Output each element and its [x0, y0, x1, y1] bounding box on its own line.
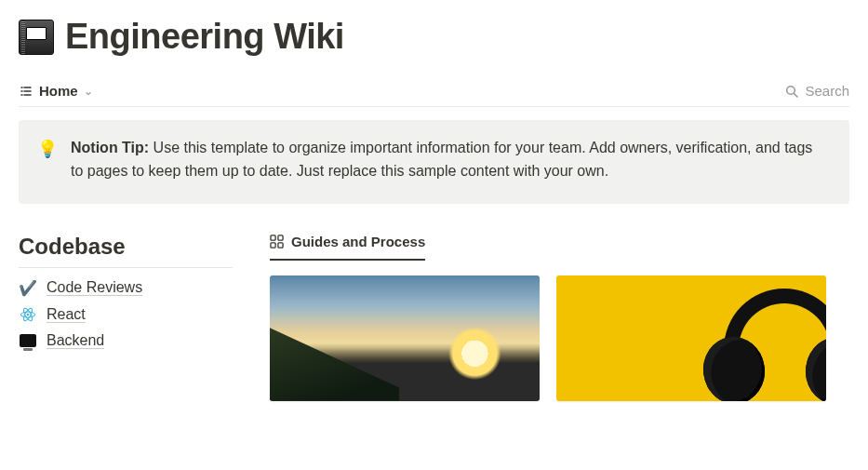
sidebar-item-label: Backend: [47, 332, 104, 349]
gallery-tab-guides[interactable]: Guides and Process: [270, 234, 425, 261]
monitor-icon: [19, 334, 37, 347]
sidebar-item-label: React: [47, 306, 86, 323]
sidebar-heading: Codebase: [19, 234, 233, 260]
search-button[interactable]: Search: [784, 83, 849, 99]
search-label: Search: [805, 83, 849, 99]
gallery-card[interactable]: [556, 275, 826, 401]
sidebar-item-code-reviews[interactable]: ✔️ Code Reviews: [19, 279, 233, 297]
gallery-card[interactable]: [270, 275, 540, 401]
chevron-down-icon: ⌄: [84, 85, 93, 98]
svg-rect-8: [278, 243, 283, 248]
gallery-section: Guides and Process: [270, 234, 849, 401]
sidebar-item-backend[interactable]: Backend: [19, 332, 233, 349]
list-icon: [19, 84, 33, 99]
callout-text: Use this template to organize important …: [71, 140, 812, 179]
gallery-tab-label: Guides and Process: [291, 234, 425, 249]
react-icon: [19, 306, 37, 323]
view-tab-home[interactable]: Home ⌄: [19, 83, 93, 99]
sidebar-item-label: Code Reviews: [47, 279, 142, 296]
svg-point-4: [27, 313, 30, 316]
callout-body: Notion Tip: Use this template to organiz…: [71, 137, 815, 183]
bulb-icon: 💡: [37, 137, 58, 183]
view-toolbar: Home ⌄ Search: [19, 77, 849, 107]
svg-rect-6: [278, 235, 283, 240]
tip-callout: 💡 Notion Tip: Use this template to organ…: [19, 120, 849, 204]
sidebar-divider: [19, 267, 233, 268]
callout-prefix: Notion Tip:: [71, 140, 149, 155]
page-title: Engineering Wiki: [65, 17, 344, 57]
svg-rect-5: [271, 235, 275, 240]
view-tab-label: Home: [39, 83, 78, 99]
page-header: Engineering Wiki: [19, 17, 849, 57]
gallery-icon: [270, 235, 284, 248]
sidebar-item-react[interactable]: React: [19, 306, 233, 323]
check-icon: ✔️: [19, 279, 37, 297]
headphones-image: [705, 283, 827, 401]
codebase-sidebar: Codebase ✔️ Code Reviews React Backend: [19, 234, 233, 401]
notebook-icon: [19, 20, 54, 55]
svg-rect-7: [271, 243, 275, 248]
